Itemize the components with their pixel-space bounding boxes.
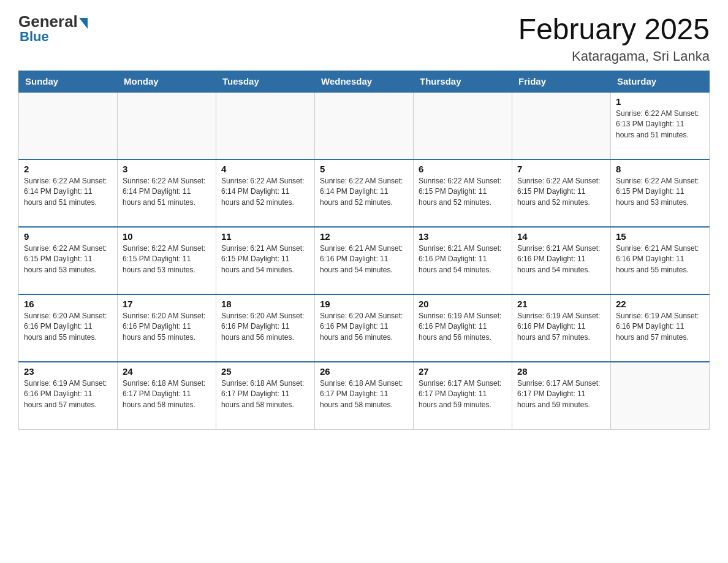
calendar-cell: 22Sunrise: 6:19 AM Sunset: 6:16 PM Dayli…: [611, 294, 710, 362]
day-number: 24: [123, 366, 211, 377]
calendar-week-row: 23Sunrise: 6:19 AM Sunset: 6:16 PM Dayli…: [19, 362, 710, 429]
day-info: Sunrise: 6:21 AM Sunset: 6:16 PM Dayligh…: [320, 243, 408, 275]
calendar-cell: 12Sunrise: 6:21 AM Sunset: 6:16 PM Dayli…: [315, 227, 414, 294]
calendar-cell: 2Sunrise: 6:22 AM Sunset: 6:14 PM Daylig…: [19, 159, 118, 227]
calendar-header-saturday: Saturday: [611, 71, 710, 93]
day-number: 20: [419, 299, 507, 309]
calendar-cell: 27Sunrise: 6:17 AM Sunset: 6:17 PM Dayli…: [414, 362, 512, 429]
day-info: Sunrise: 6:22 AM Sunset: 6:14 PM Dayligh…: [24, 176, 112, 208]
day-info: Sunrise: 6:22 AM Sunset: 6:15 PM Dayligh…: [517, 176, 605, 208]
day-number: 25: [221, 366, 309, 377]
calendar-cell: [216, 92, 315, 159]
day-info: Sunrise: 6:19 AM Sunset: 6:16 PM Dayligh…: [616, 311, 704, 343]
month-title: February 2025: [518, 12, 710, 46]
calendar-table: SundayMondayTuesdayWednesdayThursdayFrid…: [18, 71, 710, 430]
calendar-cell: 7Sunrise: 6:22 AM Sunset: 6:15 PM Daylig…: [512, 159, 611, 227]
logo: General Blue: [18, 12, 88, 45]
day-info: Sunrise: 6:20 AM Sunset: 6:16 PM Dayligh…: [221, 311, 309, 343]
day-info: Sunrise: 6:17 AM Sunset: 6:17 PM Dayligh…: [517, 378, 605, 410]
calendar-cell: 18Sunrise: 6:20 AM Sunset: 6:16 PM Dayli…: [216, 294, 315, 362]
day-info: Sunrise: 6:22 AM Sunset: 6:14 PM Dayligh…: [320, 176, 408, 208]
calendar-cell: 23Sunrise: 6:19 AM Sunset: 6:16 PM Dayli…: [19, 362, 118, 429]
calendar-cell: 1Sunrise: 6:22 AM Sunset: 6:13 PM Daylig…: [611, 92, 710, 159]
day-number: 3: [123, 164, 211, 174]
day-info: Sunrise: 6:18 AM Sunset: 6:17 PM Dayligh…: [123, 378, 211, 410]
day-number: 12: [320, 231, 408, 242]
day-info: Sunrise: 6:22 AM Sunset: 6:14 PM Dayligh…: [221, 176, 309, 208]
day-number: 2: [24, 164, 112, 174]
calendar-cell: 16Sunrise: 6:20 AM Sunset: 6:16 PM Dayli…: [19, 294, 118, 362]
day-number: 22: [616, 299, 704, 309]
calendar-cell: 8Sunrise: 6:22 AM Sunset: 6:15 PM Daylig…: [611, 159, 710, 227]
calendar-cell: 20Sunrise: 6:19 AM Sunset: 6:16 PM Dayli…: [414, 294, 512, 362]
calendar-week-row: 1Sunrise: 6:22 AM Sunset: 6:13 PM Daylig…: [19, 92, 710, 159]
day-number: 17: [123, 299, 211, 309]
calendar-cell: 3Sunrise: 6:22 AM Sunset: 6:14 PM Daylig…: [118, 159, 216, 227]
calendar-cell: 21Sunrise: 6:19 AM Sunset: 6:16 PM Dayli…: [512, 294, 611, 362]
calendar-week-row: 9Sunrise: 6:22 AM Sunset: 6:15 PM Daylig…: [19, 227, 710, 294]
day-number: 18: [221, 299, 309, 309]
day-info: Sunrise: 6:20 AM Sunset: 6:16 PM Dayligh…: [320, 311, 408, 343]
day-number: 23: [24, 366, 112, 377]
title-section: February 2025 Kataragama, Sri Lanka: [518, 12, 710, 64]
day-info: Sunrise: 6:22 AM Sunset: 6:15 PM Dayligh…: [616, 176, 704, 208]
day-number: 13: [419, 231, 507, 242]
calendar-week-row: 2Sunrise: 6:22 AM Sunset: 6:14 PM Daylig…: [19, 159, 710, 227]
calendar-cell: 5Sunrise: 6:22 AM Sunset: 6:14 PM Daylig…: [315, 159, 414, 227]
calendar-cell: [19, 92, 118, 159]
day-number: 5: [320, 164, 408, 174]
calendar-cell: 19Sunrise: 6:20 AM Sunset: 6:16 PM Dayli…: [315, 294, 414, 362]
calendar-cell: 17Sunrise: 6:20 AM Sunset: 6:16 PM Dayli…: [118, 294, 216, 362]
logo-blue-text: Blue: [20, 29, 49, 45]
calendar-cell: 25Sunrise: 6:18 AM Sunset: 6:17 PM Dayli…: [216, 362, 315, 429]
calendar-cell: [611, 362, 710, 429]
day-number: 8: [616, 164, 704, 174]
day-info: Sunrise: 6:22 AM Sunset: 6:15 PM Dayligh…: [419, 176, 507, 208]
calendar-header-sunday: Sunday: [19, 71, 118, 93]
calendar-cell: [414, 92, 512, 159]
day-info: Sunrise: 6:22 AM Sunset: 6:14 PM Dayligh…: [123, 176, 211, 208]
day-info: Sunrise: 6:22 AM Sunset: 6:15 PM Dayligh…: [24, 243, 112, 275]
calendar-cell: 14Sunrise: 6:21 AM Sunset: 6:16 PM Dayli…: [512, 227, 611, 294]
calendar-cell: 10Sunrise: 6:22 AM Sunset: 6:15 PM Dayli…: [118, 227, 216, 294]
calendar-cell: 4Sunrise: 6:22 AM Sunset: 6:14 PM Daylig…: [216, 159, 315, 227]
calendar-header-row: SundayMondayTuesdayWednesdayThursdayFrid…: [19, 71, 710, 93]
day-number: 1: [616, 96, 704, 107]
day-number: 19: [320, 299, 408, 309]
calendar-cell: [512, 92, 611, 159]
day-info: Sunrise: 6:19 AM Sunset: 6:16 PM Dayligh…: [419, 311, 507, 343]
day-number: 10: [123, 231, 211, 242]
day-info: Sunrise: 6:20 AM Sunset: 6:16 PM Dayligh…: [24, 311, 112, 343]
day-number: 26: [320, 366, 408, 377]
calendar-cell: 6Sunrise: 6:22 AM Sunset: 6:15 PM Daylig…: [414, 159, 512, 227]
day-number: 21: [517, 299, 605, 309]
day-number: 4: [221, 164, 309, 174]
day-info: Sunrise: 6:21 AM Sunset: 6:16 PM Dayligh…: [419, 243, 507, 275]
calendar-cell: 24Sunrise: 6:18 AM Sunset: 6:17 PM Dayli…: [118, 362, 216, 429]
calendar-cell: 28Sunrise: 6:17 AM Sunset: 6:17 PM Dayli…: [512, 362, 611, 429]
day-info: Sunrise: 6:21 AM Sunset: 6:16 PM Dayligh…: [616, 243, 704, 275]
calendar-header-monday: Monday: [118, 71, 216, 93]
day-info: Sunrise: 6:18 AM Sunset: 6:17 PM Dayligh…: [221, 378, 309, 410]
day-info: Sunrise: 6:17 AM Sunset: 6:17 PM Dayligh…: [419, 378, 507, 410]
page-header: General Blue February 2025 Kataragama, S…: [18, 12, 710, 64]
day-number: 28: [517, 366, 605, 377]
calendar-cell: [118, 92, 216, 159]
calendar-header-tuesday: Tuesday: [216, 71, 315, 93]
calendar-header-wednesday: Wednesday: [315, 71, 414, 93]
day-info: Sunrise: 6:22 AM Sunset: 6:15 PM Dayligh…: [123, 243, 211, 275]
day-number: 11: [221, 231, 309, 242]
day-info: Sunrise: 6:18 AM Sunset: 6:17 PM Dayligh…: [320, 378, 408, 410]
day-number: 16: [24, 299, 112, 309]
calendar-header-thursday: Thursday: [414, 71, 512, 93]
calendar-header-friday: Friday: [512, 71, 611, 93]
day-info: Sunrise: 6:21 AM Sunset: 6:16 PM Dayligh…: [517, 243, 605, 275]
calendar-cell: 15Sunrise: 6:21 AM Sunset: 6:16 PM Dayli…: [611, 227, 710, 294]
logo-arrow-icon: [79, 18, 88, 29]
day-info: Sunrise: 6:21 AM Sunset: 6:15 PM Dayligh…: [221, 243, 309, 275]
calendar-cell: [315, 92, 414, 159]
day-number: 7: [517, 164, 605, 174]
day-number: 15: [616, 231, 704, 242]
location-title: Kataragama, Sri Lanka: [518, 48, 710, 64]
day-number: 27: [419, 366, 507, 377]
